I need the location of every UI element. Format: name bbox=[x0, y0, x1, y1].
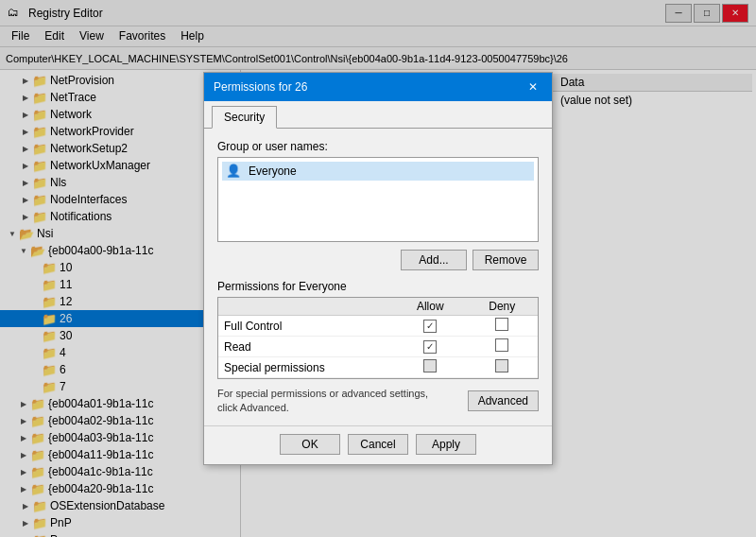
dialog-overlay: Permissions for 26 ✕ Security Group or u… bbox=[0, 0, 756, 537]
permissions-label: Permissions for Everyone bbox=[217, 280, 539, 293]
dialog-title-bar: Permissions for 26 ✕ bbox=[204, 73, 552, 101]
permissions-table: Allow Deny Full Control bbox=[218, 298, 538, 378]
perm-deny-read[interactable] bbox=[467, 337, 538, 357]
perm-row-special: Special permissions bbox=[218, 357, 538, 378]
perm-col-name bbox=[218, 298, 394, 316]
permissions-dialog: Permissions for 26 ✕ Security Group or u… bbox=[203, 72, 553, 465]
group-label: Group or user names: bbox=[217, 140, 539, 153]
perm-label: Read bbox=[218, 337, 394, 357]
checkbox-deny-special[interactable] bbox=[495, 359, 508, 372]
perm-col-allow: Allow bbox=[394, 298, 467, 316]
checkbox-deny-read[interactable] bbox=[495, 338, 508, 352]
user-btn-row: Add... Remove bbox=[217, 250, 539, 270]
perm-row-read: Read bbox=[218, 337, 538, 357]
remove-button[interactable]: Remove bbox=[472, 250, 539, 270]
checkbox-allow-special[interactable] bbox=[423, 359, 437, 372]
checkbox-allow-fullcontrol[interactable] bbox=[423, 320, 437, 333]
user-label: Everyone bbox=[249, 165, 297, 178]
perm-label: Special permissions bbox=[218, 357, 394, 378]
perm-row-fullcontrol: Full Control bbox=[218, 316, 538, 337]
cancel-button[interactable]: Cancel bbox=[348, 434, 408, 455]
dialog-title: Permissions for 26 bbox=[214, 80, 307, 94]
dialog-tabs: Security bbox=[204, 101, 552, 129]
checkbox-allow-read[interactable] bbox=[423, 340, 437, 354]
tab-security[interactable]: Security bbox=[212, 106, 277, 129]
perm-allow-special[interactable] bbox=[394, 357, 467, 378]
permissions-table-wrap: Allow Deny Full Control bbox=[217, 297, 539, 379]
dialog-close-button[interactable]: ✕ bbox=[524, 78, 542, 96]
dialog-body: Group or user names: 👤 Everyone Add... R… bbox=[204, 129, 552, 425]
user-icon: 👤 bbox=[226, 164, 243, 179]
perm-col-deny: Deny bbox=[467, 298, 538, 316]
user-item-everyone[interactable]: 👤 Everyone bbox=[222, 162, 534, 181]
perm-deny-special[interactable] bbox=[467, 357, 538, 378]
advanced-text: For special permissions or advanced sett… bbox=[217, 387, 435, 414]
perm-allow-read[interactable] bbox=[394, 337, 467, 357]
add-button[interactable]: Add... bbox=[401, 250, 467, 270]
dialog-footer: OK Cancel Apply bbox=[204, 425, 552, 464]
advanced-button[interactable]: Advanced bbox=[468, 390, 539, 411]
advanced-row: For special permissions or advanced sett… bbox=[217, 387, 539, 414]
ok-button[interactable]: OK bbox=[280, 434, 340, 455]
apply-button[interactable]: Apply bbox=[416, 434, 476, 455]
checkbox-deny-fullcontrol[interactable] bbox=[495, 318, 508, 331]
perm-deny-fullcontrol[interactable] bbox=[467, 316, 538, 337]
users-list[interactable]: 👤 Everyone bbox=[217, 157, 539, 242]
perm-allow-fullcontrol[interactable] bbox=[394, 316, 467, 337]
perm-label: Full Control bbox=[218, 316, 394, 337]
